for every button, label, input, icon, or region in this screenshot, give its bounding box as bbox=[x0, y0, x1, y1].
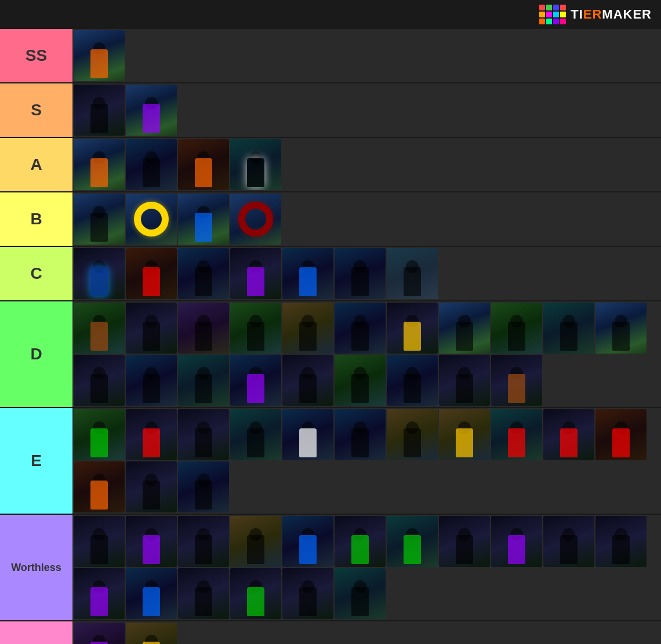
list-item[interactable] bbox=[178, 248, 229, 299]
list-item[interactable] bbox=[230, 409, 281, 460]
tier-label-d: D bbox=[0, 301, 72, 407]
list-item[interactable] bbox=[178, 409, 229, 460]
tier-row-s: S bbox=[0, 83, 661, 138]
list-item[interactable] bbox=[178, 568, 229, 619]
list-item[interactable] bbox=[439, 355, 490, 406]
list-item[interactable] bbox=[335, 409, 386, 460]
list-item[interactable] bbox=[74, 568, 125, 619]
list-item[interactable] bbox=[74, 303, 125, 354]
list-item[interactable] bbox=[230, 194, 281, 245]
list-item[interactable] bbox=[126, 568, 177, 619]
list-item[interactable] bbox=[126, 303, 177, 354]
tier-content-a bbox=[72, 138, 661, 191]
logo-text: Tiermaker bbox=[571, 7, 652, 22]
list-item[interactable] bbox=[387, 409, 438, 460]
list-item[interactable] bbox=[282, 516, 333, 567]
list-item[interactable] bbox=[387, 248, 438, 299]
list-item[interactable] bbox=[178, 355, 229, 406]
tier-row-worthless: Worthless bbox=[0, 515, 661, 621]
tier-row-a: A bbox=[0, 138, 661, 192]
tier-content-d bbox=[72, 301, 661, 407]
list-item[interactable] bbox=[491, 355, 542, 406]
list-item[interactable] bbox=[74, 623, 125, 644]
logo-grid bbox=[539, 5, 566, 24]
list-item[interactable] bbox=[178, 139, 229, 190]
list-item[interactable] bbox=[335, 303, 386, 354]
list-item[interactable] bbox=[178, 461, 229, 512]
list-item[interactable] bbox=[387, 516, 438, 567]
list-item[interactable] bbox=[74, 85, 125, 136]
list-item[interactable] bbox=[230, 568, 281, 619]
list-item[interactable] bbox=[543, 516, 594, 567]
list-item[interactable] bbox=[178, 516, 229, 567]
list-item[interactable] bbox=[387, 303, 438, 354]
list-item[interactable] bbox=[491, 516, 542, 567]
list-item[interactable] bbox=[230, 139, 281, 190]
list-item[interactable] bbox=[387, 355, 438, 406]
list-item[interactable] bbox=[439, 409, 490, 460]
list-item[interactable] bbox=[74, 248, 125, 299]
tier-label-worthless: Worthless bbox=[0, 515, 72, 620]
list-item[interactable] bbox=[74, 409, 125, 460]
tier-label-c: C bbox=[0, 247, 72, 300]
list-item[interactable] bbox=[230, 355, 281, 406]
list-item[interactable] bbox=[282, 568, 333, 619]
list-item[interactable] bbox=[126, 194, 177, 245]
list-item[interactable] bbox=[178, 194, 229, 245]
list-item[interactable] bbox=[335, 355, 386, 406]
list-item[interactable] bbox=[282, 355, 333, 406]
list-item[interactable] bbox=[126, 623, 177, 644]
list-item[interactable] bbox=[126, 409, 177, 460]
list-item[interactable] bbox=[491, 409, 542, 460]
list-item[interactable] bbox=[282, 303, 333, 354]
list-item[interactable] bbox=[178, 303, 229, 354]
tier-list: SS S A bbox=[0, 29, 661, 644]
tier-row-ss: SS bbox=[0, 29, 661, 83]
tier-label-a: A bbox=[0, 138, 72, 191]
list-item[interactable] bbox=[126, 85, 177, 136]
list-item[interactable] bbox=[126, 139, 177, 190]
list-item[interactable] bbox=[439, 303, 490, 354]
list-item[interactable] bbox=[595, 409, 647, 460]
logo: Tiermaker bbox=[539, 5, 652, 24]
tier-row-tradelocked: Tradelocked bbox=[0, 621, 661, 644]
list-item[interactable] bbox=[74, 30, 125, 81]
tier-label-tradelocked: Tradelocked bbox=[0, 621, 72, 644]
list-item[interactable] bbox=[335, 248, 386, 299]
list-item[interactable] bbox=[74, 355, 125, 406]
tier-row-c: C bbox=[0, 247, 661, 301]
list-item[interactable] bbox=[126, 516, 177, 567]
list-item[interactable] bbox=[282, 248, 333, 299]
list-item[interactable] bbox=[126, 355, 177, 406]
list-item[interactable] bbox=[543, 409, 594, 460]
list-item[interactable] bbox=[126, 461, 177, 512]
list-item[interactable] bbox=[74, 139, 125, 190]
list-item[interactable] bbox=[595, 303, 647, 354]
tier-content-s bbox=[72, 83, 661, 137]
tier-content-c bbox=[72, 247, 661, 300]
list-item[interactable] bbox=[543, 303, 594, 354]
list-item[interactable] bbox=[230, 248, 281, 299]
tier-content-b bbox=[72, 192, 661, 246]
tier-label-s: S bbox=[0, 83, 72, 137]
header: Tiermaker bbox=[0, 0, 661, 29]
tier-content-e bbox=[72, 408, 661, 514]
tier-row-d: D bbox=[0, 301, 661, 408]
tier-content-ss bbox=[72, 29, 661, 82]
tier-row-b: B bbox=[0, 192, 661, 247]
list-item[interactable] bbox=[230, 516, 281, 567]
list-item[interactable] bbox=[595, 516, 647, 567]
list-item[interactable] bbox=[74, 516, 125, 567]
tier-label-b: B bbox=[0, 192, 72, 246]
list-item[interactable] bbox=[126, 248, 177, 299]
list-item[interactable] bbox=[491, 303, 542, 354]
list-item[interactable] bbox=[282, 409, 333, 460]
list-item[interactable] bbox=[439, 516, 490, 567]
list-item[interactable] bbox=[335, 568, 386, 619]
tier-label-e: E bbox=[0, 408, 72, 514]
list-item[interactable] bbox=[74, 461, 125, 512]
tier-content-worthless bbox=[72, 515, 661, 620]
list-item[interactable] bbox=[74, 194, 125, 245]
list-item[interactable] bbox=[335, 516, 386, 567]
list-item[interactable] bbox=[230, 303, 281, 354]
